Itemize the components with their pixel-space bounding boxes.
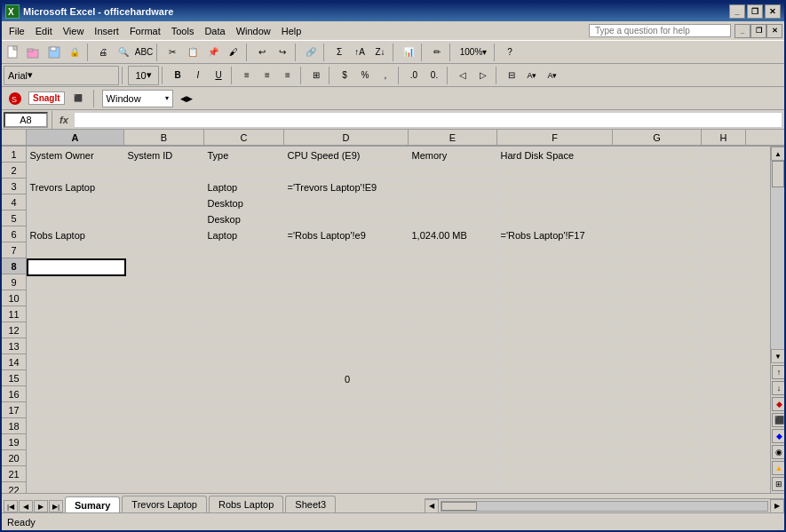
cell-A4[interactable] xyxy=(28,195,125,211)
row-header-15[interactable]: 15 xyxy=(2,370,26,386)
cell-H13[interactable] xyxy=(703,339,747,355)
col-header-H[interactable]: H xyxy=(702,130,746,146)
menu-close-btn[interactable]: ✕ xyxy=(766,24,782,38)
col-header-G[interactable]: G xyxy=(613,130,702,146)
cell-E4[interactable] xyxy=(409,195,498,211)
cell-A7[interactable] xyxy=(28,243,125,259)
spreadsheet-grid[interactable]: System OwnerSystem IDTypeCPU Speed (E9)M… xyxy=(27,147,748,493)
permission-button[interactable]: 🔒 xyxy=(65,43,84,62)
scroll-down-button[interactable]: ▼ xyxy=(771,349,784,363)
scroll-right-button[interactable]: ▶ xyxy=(770,499,784,513)
cell-A20[interactable] xyxy=(28,451,125,467)
menu-view[interactable]: View xyxy=(58,24,90,38)
cell-B8[interactable] xyxy=(125,259,205,275)
row-header-18[interactable]: 18 xyxy=(2,418,26,434)
cell-D12[interactable] xyxy=(285,323,409,339)
row-header-5[interactable]: 5 xyxy=(2,210,26,226)
menu-insert[interactable]: Insert xyxy=(89,24,124,38)
cell-F19[interactable] xyxy=(498,435,614,451)
cell-F14[interactable] xyxy=(498,355,614,371)
cell-A1[interactable]: System Owner xyxy=(28,147,125,163)
cell-F15[interactable] xyxy=(498,371,614,387)
cell-G16[interactable] xyxy=(614,387,703,403)
menu-file[interactable]: File xyxy=(4,24,30,38)
menu-format[interactable]: Format xyxy=(124,24,166,38)
cell-A6[interactable]: Robs Laptop xyxy=(28,227,125,243)
copy-button[interactable]: 📋 xyxy=(183,43,202,62)
cell-H14[interactable] xyxy=(703,355,747,371)
cell-B22[interactable] xyxy=(125,483,205,494)
cell-F13[interactable] xyxy=(498,339,614,355)
zoom-dropdown[interactable]: 100%▾ xyxy=(456,43,491,62)
cell-F20[interactable] xyxy=(498,451,614,467)
cell-F9[interactable] xyxy=(498,275,614,291)
cell-G12[interactable] xyxy=(614,323,703,339)
help-input[interactable] xyxy=(589,24,731,37)
scroll-left-button[interactable]: ◀ xyxy=(425,499,439,513)
cell-B17[interactable] xyxy=(125,403,205,419)
snagit-icon-btn[interactable]: S xyxy=(5,89,25,108)
cell-C17[interactable] xyxy=(205,403,285,419)
hyperlink-button[interactable]: 🔗 xyxy=(301,43,321,62)
cell-C4[interactable]: Desktop xyxy=(205,195,285,211)
paste-button[interactable]: 📌 xyxy=(203,43,223,62)
cell-E13[interactable] xyxy=(409,339,498,355)
table-row[interactable] xyxy=(28,467,747,483)
scroll-thumb-vertical[interactable] xyxy=(772,161,784,187)
table-row[interactable] xyxy=(28,323,747,339)
decrease-decimal-button[interactable]: 0. xyxy=(425,66,444,85)
cell-H20[interactable] xyxy=(703,451,747,467)
tab-last-button[interactable]: ▶| xyxy=(49,500,63,512)
cell-C13[interactable] xyxy=(205,339,285,355)
menu-tools[interactable]: Tools xyxy=(166,24,200,38)
side-btn-3[interactable]: ◆ xyxy=(772,397,784,411)
menu-data[interactable]: Data xyxy=(199,24,230,38)
redo-button[interactable]: ↪ xyxy=(273,43,292,62)
table-row[interactable] xyxy=(28,291,747,307)
sheet-tab-sumary[interactable]: Sumary xyxy=(65,496,120,512)
cell-C2[interactable] xyxy=(205,163,285,179)
cell-B12[interactable] xyxy=(125,323,205,339)
cell-B1[interactable]: System ID xyxy=(125,147,205,163)
sheet-tab-robs-laptop[interactable]: Robs Laptop xyxy=(209,496,283,512)
scroll-track-vertical[interactable] xyxy=(771,161,784,349)
cell-B3[interactable] xyxy=(125,179,205,195)
increase-decimal-button[interactable]: .0 xyxy=(404,66,424,85)
cell-E20[interactable] xyxy=(409,451,498,467)
cell-A9[interactable] xyxy=(28,275,125,291)
table-row[interactable] xyxy=(28,243,747,259)
cell-G22[interactable] xyxy=(614,483,703,494)
undo-button[interactable]: ↩ xyxy=(252,43,272,62)
close-button[interactable]: ✕ xyxy=(765,4,781,19)
comma-button[interactable]: , xyxy=(376,66,395,85)
cell-B20[interactable] xyxy=(125,451,205,467)
cell-D5[interactable] xyxy=(285,211,409,227)
cell-C16[interactable] xyxy=(205,387,285,403)
cell-F12[interactable] xyxy=(498,323,614,339)
cell-C12[interactable] xyxy=(205,323,285,339)
drawing-button[interactable]: ✏ xyxy=(427,43,447,62)
help-button[interactable]: ? xyxy=(500,43,520,62)
font-size-dropdown[interactable]: 10▾ xyxy=(128,66,159,85)
autosum-button[interactable]: Σ xyxy=(329,43,349,62)
cell-D1[interactable]: CPU Speed (E9) xyxy=(285,147,409,163)
cell-E1[interactable]: Memory xyxy=(409,147,498,163)
side-btn-4[interactable]: ⬛ xyxy=(772,413,784,427)
cell-B10[interactable] xyxy=(125,291,205,307)
menu-window[interactable]: Window xyxy=(231,24,276,38)
save-button[interactable] xyxy=(44,43,64,62)
cell-reference-input[interactable] xyxy=(4,112,48,128)
currency-button[interactable]: $ xyxy=(335,66,354,85)
cell-G9[interactable] xyxy=(614,275,703,291)
col-header-C[interactable]: C xyxy=(204,130,284,146)
cell-C8[interactable] xyxy=(205,259,285,275)
tab-next-button[interactable]: ▶ xyxy=(34,500,48,512)
table-row[interactable] xyxy=(28,259,747,275)
cell-D8[interactable] xyxy=(285,259,409,275)
preview-button[interactable]: 🔍 xyxy=(114,43,133,62)
cell-H15[interactable] xyxy=(703,371,747,387)
cell-F18[interactable] xyxy=(498,419,614,435)
cell-E9[interactable] xyxy=(409,275,498,291)
cell-D21[interactable] xyxy=(285,467,409,483)
cell-E8[interactable] xyxy=(409,259,498,275)
